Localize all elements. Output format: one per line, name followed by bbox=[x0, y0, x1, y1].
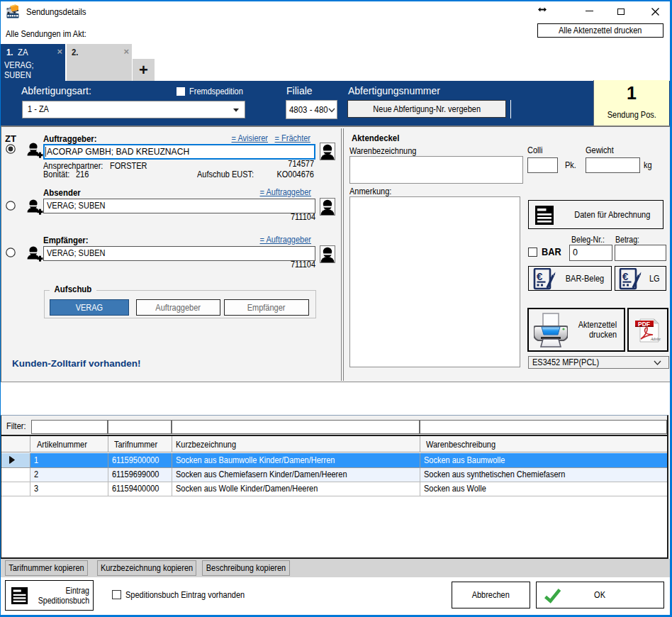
svg-text:PDF: PDF bbox=[638, 321, 650, 328]
svg-text:Adobe: Adobe bbox=[650, 337, 661, 341]
svg-text:€: € bbox=[537, 270, 543, 282]
svg-text:€: € bbox=[622, 270, 629, 282]
